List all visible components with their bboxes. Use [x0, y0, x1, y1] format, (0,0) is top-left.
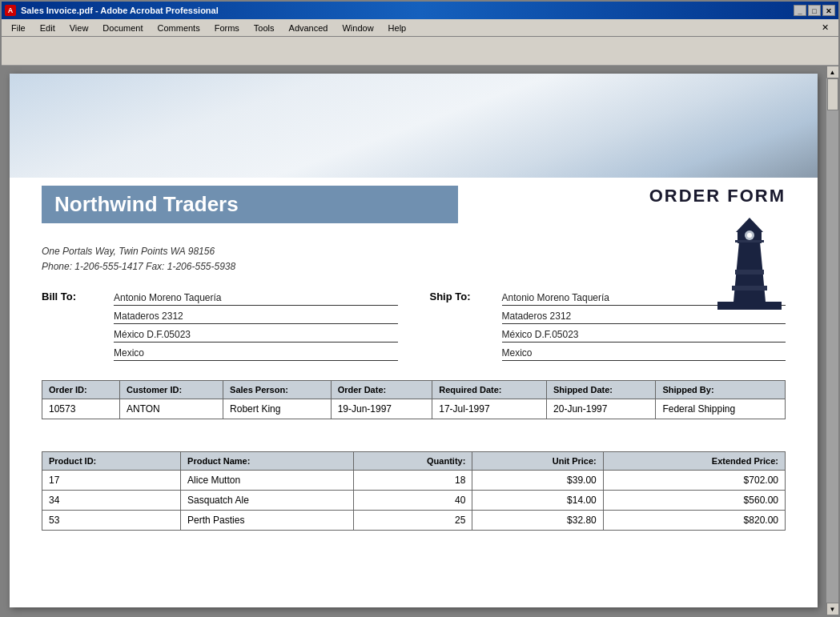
pdf-header-image: [10, 74, 818, 178]
product-cell-1-2: 40: [354, 491, 472, 511]
product-header-price: Unit Price:: [472, 452, 603, 471]
bill-to-lines: Antonio Moreno Taquería Mataderos 2312 M…: [114, 290, 398, 364]
order-header-shippedby: Shipped By:: [656, 381, 786, 399]
svg-point-7: [747, 233, 752, 238]
product-header-name: Product Name:: [181, 452, 354, 471]
product-header-extended: Extended Price:: [603, 452, 785, 471]
products-header-row: Product ID: Product Name: Quantity: Unit…: [42, 452, 786, 471]
svg-rect-8: [735, 240, 764, 242]
bill-to-line-3: México D.F.05023: [114, 327, 398, 343]
product-cell-2-0: 53: [42, 511, 181, 531]
menu-window[interactable]: Window: [336, 22, 380, 34]
shipped-by: Federal Shipping: [656, 399, 786, 419]
toolbar: [2, 37, 838, 66]
product-cell-2-3: $32.80: [472, 511, 603, 531]
order-table-row: 10573 ANTON Robert King 19-Jun-1997 17-J…: [42, 399, 786, 419]
order-date: 19-Jun-1997: [331, 399, 432, 419]
window-title: Sales Invoice.pdf - Adobe Acrobat Profes…: [21, 6, 219, 15]
bill-to-block: Bill To: Antonio Moreno Taquería Matader…: [42, 290, 398, 364]
ship-to-line-4: Mexico: [502, 346, 786, 361]
product-cell-1-0: 34: [42, 491, 181, 511]
menu-advanced[interactable]: Advanced: [283, 22, 335, 34]
menu-help[interactable]: Help: [382, 22, 413, 34]
order-header-salesperson: Sales Person:: [223, 381, 332, 399]
order-header-id: Order ID:: [42, 381, 120, 399]
product-row: 17Alice Mutton18$39.00$702.00: [42, 471, 786, 491]
product-header-id: Product ID:: [42, 452, 181, 471]
product-cell-0-2: 18: [354, 471, 472, 491]
menu-edit[interactable]: Edit: [34, 22, 62, 34]
product-row: 53Perth Pasties25$32.80$820.00: [42, 511, 786, 531]
bill-to-label: Bill To:: [42, 290, 98, 364]
company-section: Northwind Traders ORDER FORM: [10, 178, 818, 231]
document-area: Northwind Traders ORDER FORM: [2, 66, 838, 615]
order-form-title: ORDER FORM: [649, 186, 786, 206]
product-cell-2-1: Perth Pasties: [181, 511, 354, 531]
menu-file[interactable]: File: [5, 22, 32, 34]
company-name: Northwind Traders: [42, 186, 458, 223]
close-button[interactable]: ✕: [822, 5, 835, 16]
scrollbar-right[interactable]: ▲ ▼: [826, 66, 838, 615]
product-cell-0-3: $39.00: [472, 471, 603, 491]
menu-bar: File Edit View Document Comments Forms T…: [2, 19, 838, 37]
panel-close-button[interactable]: ✕: [815, 21, 835, 34]
shipped-date: 20-Jun-1997: [547, 399, 656, 419]
pdf-page: Northwind Traders ORDER FORM: [10, 74, 818, 607]
product-cell-1-1: Sasquatch Ale: [181, 491, 354, 511]
order-header-orderdate: Order Date:: [331, 381, 432, 399]
order-id: 10573: [42, 399, 120, 419]
product-header-qty: Quantity:: [354, 452, 472, 471]
menu-view[interactable]: View: [63, 22, 95, 34]
customer-id: ANTON: [120, 399, 223, 419]
products-table-container: Product ID: Product Name: Quantity: Unit…: [10, 451, 818, 531]
product-cell-0-0: 17: [42, 471, 181, 491]
title-bar-buttons: _ □ ✕: [794, 5, 835, 16]
order-table: Order ID: Customer ID: Sales Person: Ord…: [42, 380, 786, 419]
product-row: 34Sasquatch Ale40$14.00$560.00: [42, 491, 786, 511]
bill-to-line-1: Antonio Moreno Taquería: [114, 290, 398, 306]
menu-forms[interactable]: Forms: [208, 22, 246, 34]
required-date: 17-Jul-1997: [432, 399, 547, 419]
app-icon: A: [5, 5, 16, 16]
svg-rect-2: [735, 270, 764, 274]
sales-person: Robert King: [223, 399, 332, 419]
product-cell-0-1: Alice Mutton: [181, 471, 354, 491]
product-cell-0-4: $702.00: [603, 471, 785, 491]
product-cell-2-4: $820.00: [603, 511, 785, 531]
svg-marker-5: [736, 218, 763, 232]
menu-document[interactable]: Document: [96, 22, 149, 34]
products-table: Product ID: Product Name: Quantity: Unit…: [42, 451, 786, 531]
scroll-down-button[interactable]: ▼: [826, 603, 839, 615]
order-header-shipdate: Shipped Date:: [547, 381, 656, 399]
product-cell-1-4: $560.00: [603, 491, 785, 511]
svg-rect-3: [732, 286, 767, 290]
menu-tools[interactable]: Tools: [247, 22, 281, 34]
order-table-container: Order ID: Customer ID: Sales Person: Ord…: [10, 380, 818, 435]
order-form-section: ORDER FORM: [649, 186, 786, 316]
scroll-thumb[interactable]: [827, 78, 838, 110]
svg-rect-0: [717, 302, 782, 310]
main-window: A Sales Invoice.pdf - Adobe Acrobat Prof…: [0, 0, 840, 617]
order-table-header-row: Order ID: Customer ID: Sales Person: Ord…: [42, 381, 786, 399]
bill-to-line-4: Mexico: [114, 346, 398, 361]
lighthouse-icon: [713, 210, 786, 316]
menu-comments[interactable]: Comments: [151, 22, 207, 34]
title-bar: A Sales Invoice.pdf - Adobe Acrobat Prof…: [2, 2, 838, 19]
ship-to-line-3: México D.F.05023: [502, 327, 786, 343]
ship-to-label: Ship To:: [430, 290, 486, 364]
title-bar-left: A Sales Invoice.pdf - Adobe Acrobat Prof…: [5, 5, 219, 16]
order-header-customer: Customer ID:: [120, 381, 223, 399]
maximize-button[interactable]: □: [808, 5, 821, 16]
bill-to-line-2: Mataderos 2312: [114, 309, 398, 324]
order-header-reqdate: Required Date:: [432, 381, 547, 399]
product-cell-1-3: $14.00: [472, 491, 603, 511]
scroll-track[interactable]: [826, 78, 839, 603]
scroll-up-button[interactable]: ▲: [826, 66, 839, 78]
minimize-button[interactable]: _: [794, 5, 806, 16]
product-cell-2-2: 25: [354, 511, 472, 531]
